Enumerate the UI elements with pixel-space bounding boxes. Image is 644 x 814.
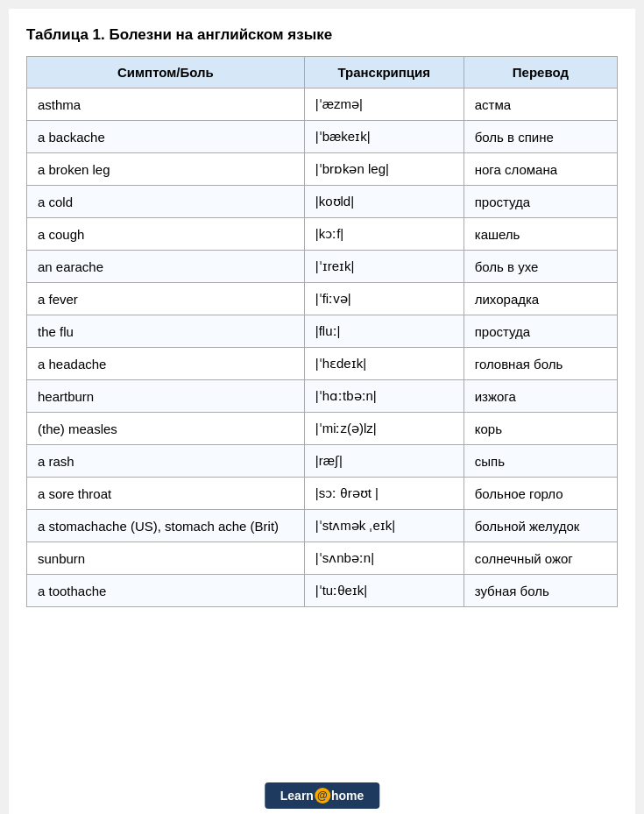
header-symptom: Симптом/Боль <box>27 57 305 88</box>
cell-translation: корь <box>464 413 617 445</box>
cell-symptom: (the) measles <box>27 413 305 445</box>
cell-translation: боль в спине <box>464 121 617 153</box>
cell-translation: головная боль <box>464 348 617 380</box>
footer-logo: Learn @ home <box>265 782 379 809</box>
header-transcription: Транскрипция <box>304 57 464 88</box>
cell-translation: простуда <box>464 186 617 218</box>
cell-translation: изжога <box>464 380 617 413</box>
cell-transcription: |sɔː θrəʊt | <box>304 478 464 510</box>
cell-symptom: a rash <box>27 445 305 478</box>
footer-learn: Learn <box>280 789 314 803</box>
cell-translation: астма <box>464 88 617 121</box>
cell-transcription: |kɔːf| <box>304 218 464 251</box>
cell-transcription: |ˈtuːθeɪk| <box>304 575 464 607</box>
table-row: a toothache|ˈtuːθeɪk|зубная боль <box>27 575 618 607</box>
cell-symptom: asthma <box>27 88 305 121</box>
table-row: asthma|ˈæzmə|астма <box>27 88 618 121</box>
table-header-row: Симптом/Боль Транскрипция Перевод <box>27 57 618 88</box>
cell-translation: кашель <box>464 218 617 251</box>
cell-translation: простуда <box>464 315 617 348</box>
cell-transcription: |ˈhɑːtbəːn| <box>304 380 464 413</box>
table-row: a sore throat|sɔː θrəʊt |больное горло <box>27 478 618 510</box>
cell-translation: боль в ухе <box>464 251 617 283</box>
footer-at-icon: @ <box>315 788 330 803</box>
cell-translation: нога сломана <box>464 153 617 186</box>
cell-translation: зубная боль <box>464 575 617 607</box>
cell-symptom: a cough <box>27 218 305 251</box>
cell-translation: больной желудок <box>464 510 617 542</box>
cell-transcription: |ˈmiːz(ə)lz| <box>304 413 464 445</box>
table-row: a headache|ˈhɛdeɪk|головная боль <box>27 348 618 380</box>
diseases-table: Симптом/Боль Транскрипция Перевод asthma… <box>26 56 618 607</box>
table-row: a cough|kɔːf|кашель <box>27 218 618 251</box>
cell-symptom: a stomachache (US), stomach ache (Brit) <box>27 510 305 542</box>
cell-transcription: |ˈæzmə| <box>304 88 464 121</box>
cell-transcription: |ˈsʌnbəːn| <box>304 542 464 575</box>
cell-transcription: |fluː| <box>304 315 464 348</box>
cell-transcription: |koʊld| <box>304 186 464 218</box>
cell-symptom: a fever <box>27 283 305 315</box>
table-row: sunburn|ˈsʌnbəːn|солнечный ожог <box>27 542 618 575</box>
cell-symptom: sunburn <box>27 542 305 575</box>
cell-transcription: |ˈbrɒkən leg| <box>304 153 464 186</box>
cell-symptom: a cold <box>27 186 305 218</box>
cell-symptom: a sore throat <box>27 478 305 510</box>
header-translation: Перевод <box>464 57 617 88</box>
table-title: Таблица 1. Болезни на английском языке <box>26 26 618 44</box>
table-row: an earache|ˈɪreɪk|боль в ухе <box>27 251 618 283</box>
cell-transcription: |ˈbækeɪk| <box>304 121 464 153</box>
cell-translation: сыпь <box>464 445 617 478</box>
cell-transcription: |ˈfiːvə| <box>304 283 464 315</box>
cell-translation: солнечный ожог <box>464 542 617 575</box>
table-row: a broken leg|ˈbrɒkən leg|нога сломана <box>27 153 618 186</box>
table-row: a stomachache (US), stomach ache (Brit)|… <box>27 510 618 542</box>
table-body: asthma|ˈæzmə|астмаa backache|ˈbækeɪk|бол… <box>27 88 618 607</box>
cell-symptom: heartburn <box>27 380 305 413</box>
cell-transcription: |ˈhɛdeɪk| <box>304 348 464 380</box>
cell-translation: лихорадка <box>464 283 617 315</box>
table-row: a backache|ˈbækeɪk|боль в спине <box>27 121 618 153</box>
table-row: a fever|ˈfiːvə|лихорадка <box>27 283 618 315</box>
table-row: (the) measles|ˈmiːz(ə)lz|корь <box>27 413 618 445</box>
cell-symptom: a headache <box>27 348 305 380</box>
table-row: a cold|koʊld|простуда <box>27 186 618 218</box>
cell-symptom: a toothache <box>27 575 305 607</box>
cell-symptom: a broken leg <box>27 153 305 186</box>
cell-symptom: an earache <box>27 251 305 283</box>
cell-transcription: |ˈɪreɪk| <box>304 251 464 283</box>
cell-transcription: |ˈstʌmək ˌeɪk| <box>304 510 464 542</box>
table-row: heartburn|ˈhɑːtbəːn|изжога <box>27 380 618 413</box>
table-row: the flu|fluː|простуда <box>27 315 618 348</box>
cell-symptom: a backache <box>27 121 305 153</box>
cell-symptom: the flu <box>27 315 305 348</box>
footer-home: home <box>331 789 364 803</box>
cell-translation: больное горло <box>464 478 617 510</box>
cell-transcription: |ræʃ| <box>304 445 464 478</box>
table-row: a rash|ræʃ|сыпь <box>27 445 618 478</box>
page-container: Таблица 1. Болезни на английском языке С… <box>9 9 635 814</box>
